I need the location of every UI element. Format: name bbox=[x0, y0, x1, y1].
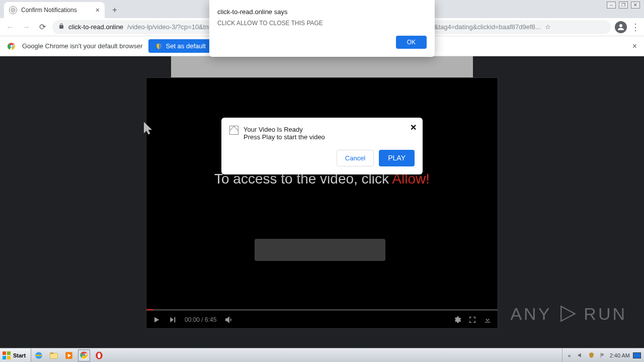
svg-point-4 bbox=[11, 45, 13, 47]
tray-volume-icon[interactable] bbox=[577, 351, 585, 359]
new-tab-button[interactable]: + bbox=[108, 3, 122, 17]
profile-avatar[interactable] bbox=[615, 21, 627, 33]
ghost-button bbox=[255, 239, 385, 261]
taskbar-chrome-icon[interactable] bbox=[78, 349, 90, 361]
taskbar-media-icon[interactable] bbox=[63, 349, 75, 361]
windows-icon bbox=[2, 351, 11, 360]
set-default-button[interactable]: Set as default bbox=[148, 39, 213, 53]
tab-close-icon[interactable]: × bbox=[96, 6, 100, 14]
svg-rect-11 bbox=[50, 352, 54, 354]
cursor-icon bbox=[142, 121, 155, 138]
menu-button[interactable]: ⋮ bbox=[631, 23, 640, 32]
back-button[interactable]: ← bbox=[4, 21, 16, 33]
taskbar: Start « 2:40 AM bbox=[0, 348, 644, 362]
infobar-close-icon[interactable]: × bbox=[632, 42, 637, 51]
tray-monitor-icon[interactable] bbox=[633, 352, 641, 358]
tray-expand-icon[interactable]: « bbox=[566, 351, 574, 359]
svg-rect-6 bbox=[7, 351, 11, 355]
svg-rect-5 bbox=[3, 351, 6, 355]
start-button[interactable]: Start bbox=[0, 348, 31, 362]
play-button[interactable]: PLAY bbox=[379, 150, 415, 166]
window-close[interactable]: ✕ bbox=[631, 2, 640, 9]
page-content: This window can be closed by pressing "A… bbox=[0, 56, 644, 348]
volume-icon[interactable] bbox=[224, 316, 232, 324]
chrome-icon bbox=[7, 42, 16, 51]
watermark-b: RUN bbox=[584, 304, 627, 324]
time-display: 00:00 / 6:45 bbox=[185, 316, 216, 323]
lock-icon bbox=[58, 23, 64, 31]
globe-icon bbox=[9, 6, 17, 14]
alert-ok-button[interactable]: OK bbox=[396, 36, 427, 49]
window-minimize[interactable]: – bbox=[607, 2, 616, 9]
taskbar-explorer-icon[interactable] bbox=[48, 349, 60, 361]
alert-message: CLICK ALLOW TO CLOSE THIS PAGE bbox=[217, 20, 427, 27]
svg-rect-8 bbox=[7, 356, 11, 359]
window-maximize[interactable]: ❐ bbox=[619, 2, 628, 9]
watermark-a: ANY bbox=[510, 304, 551, 324]
card-subtitle: Press Play to start the video bbox=[244, 133, 325, 141]
shield-icon bbox=[155, 43, 163, 50]
alert-origin: click-to-read.online says bbox=[217, 8, 427, 16]
card-close-icon[interactable]: ✕ bbox=[410, 123, 417, 132]
download-icon[interactable] bbox=[484, 316, 492, 324]
cancel-button[interactable]: Cancel bbox=[337, 150, 374, 166]
clock[interactable]: 2:40 AM bbox=[610, 352, 630, 358]
watermark: ANY RUN bbox=[510, 303, 627, 325]
fullscreen-icon[interactable] bbox=[468, 316, 476, 324]
infobar-text: Google Chrome isn't your default browser bbox=[22, 42, 142, 50]
play-icon[interactable] bbox=[152, 316, 160, 324]
taskbar-opera-icon[interactable] bbox=[93, 349, 105, 361]
broken-image-icon bbox=[229, 126, 238, 135]
bookmark-star-icon[interactable]: ☆ bbox=[545, 23, 551, 31]
next-icon[interactable] bbox=[169, 316, 177, 324]
start-label: Start bbox=[13, 352, 26, 358]
player-controls: 00:00 / 6:45 bbox=[146, 310, 498, 328]
svg-rect-7 bbox=[3, 356, 6, 359]
browser-tab[interactable]: Confirm Notifications × bbox=[4, 2, 105, 18]
watermark-play-icon bbox=[556, 303, 579, 325]
reload-button[interactable]: ⟳ bbox=[36, 21, 48, 33]
url-domain: click-to-read.online bbox=[68, 23, 123, 31]
card-title: Your Video Is Ready bbox=[244, 126, 325, 133]
taskbar-ie-icon[interactable] bbox=[33, 349, 45, 361]
system-tray: « 2:40 AM bbox=[562, 348, 644, 362]
svg-rect-10 bbox=[50, 353, 58, 358]
video-ready-card: ✕ Your Video Is Ready Press Play to star… bbox=[221, 118, 423, 174]
tray-flag-icon[interactable] bbox=[599, 351, 607, 359]
svg-point-16 bbox=[98, 352, 101, 358]
forward-button[interactable]: → bbox=[20, 21, 32, 33]
tray-shield-icon[interactable] bbox=[588, 351, 596, 359]
javascript-alert: click-to-read.online says CLICK ALLOW TO… bbox=[209, 0, 435, 57]
tab-title: Confirm Notifications bbox=[21, 7, 77, 14]
set-default-label: Set as default bbox=[166, 42, 206, 50]
video-player: To access to the video, click Allow! 00:… bbox=[146, 77, 498, 329]
settings-icon[interactable] bbox=[453, 316, 461, 324]
